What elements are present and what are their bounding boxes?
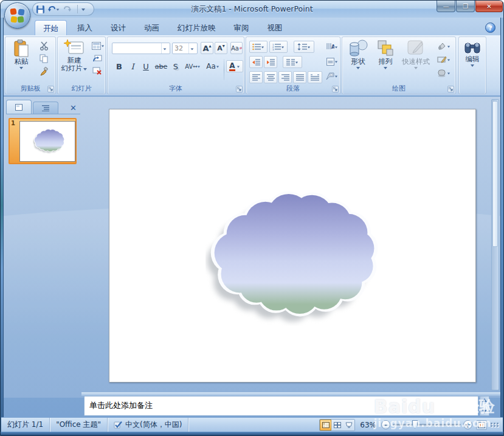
language-indicator[interactable]: 中文(简体，中国) (108, 418, 188, 432)
vertical-scrollbar[interactable] (491, 99, 499, 390)
clipboard-dialog-launcher[interactable] (47, 86, 54, 92)
arrange-button[interactable]: 排列 (373, 40, 398, 69)
notes-pane[interactable]: 单击此处添加备注 (84, 396, 478, 416)
font-name-combobox[interactable] (112, 43, 170, 54)
zoom-slider-thumb[interactable] (412, 420, 418, 429)
underline-button[interactable]: U (139, 60, 153, 72)
redo-icon[interactable] (63, 5, 71, 13)
text-direction-button[interactable]: A (324, 41, 340, 53)
font-color-button[interactable]: A (226, 60, 243, 72)
zoom-level[interactable]: 63% (359, 421, 378, 429)
shapes-button[interactable]: 形状 (346, 40, 370, 69)
zoom-in-button[interactable]: + (463, 420, 472, 429)
fit-to-window-button[interactable] (476, 420, 487, 430)
slide-thumbnail-selected[interactable]: 1 (9, 118, 77, 164)
slide-indicator[interactable]: 幻灯片 1/1 (1, 418, 50, 432)
slide-sorter-view-button[interactable] (331, 420, 343, 431)
cloud-shape[interactable] (205, 189, 383, 326)
maximize-button[interactable]: ❐ (456, 1, 475, 12)
powerpoint-window: 演示文稿1 - Microsoft PowerPoint — ❐ ✕ 开始 插入… (0, 0, 504, 436)
font-dialog-launcher[interactable] (236, 86, 243, 92)
increase-indent-button[interactable] (264, 56, 277, 68)
decrease-indent-button[interactable] (249, 56, 263, 68)
fit-to-window-icon (478, 422, 485, 428)
resize-grip[interactable] (491, 423, 500, 427)
vertical-scrollbar-thumb[interactable] (492, 101, 498, 247)
tab-view[interactable]: 视图 (260, 20, 291, 35)
paragraph-dialog-launcher[interactable] (332, 86, 339, 92)
arrange-icon (376, 40, 395, 58)
tab-slides-thumbnails[interactable] (6, 100, 32, 114)
line-spacing-button[interactable] (294, 41, 314, 53)
quick-styles-button[interactable]: 快速样式 (400, 40, 432, 69)
align-text-button[interactable] (324, 55, 340, 67)
slideshow-view-button[interactable] (343, 420, 354, 431)
help-icon[interactable]: ? (485, 22, 495, 33)
paste-dropdown-caret (19, 67, 23, 69)
drawing-dialog-launcher[interactable] (447, 86, 454, 92)
tab-design[interactable]: 设计 (103, 20, 134, 35)
thumbnail-cloud-shape (33, 128, 66, 154)
copy-button[interactable] (37, 53, 50, 64)
clear-formatting-button[interactable]: Aa (230, 42, 243, 54)
smartart-icon (326, 72, 334, 80)
view-buttons (319, 419, 355, 431)
tab-outline[interactable] (33, 102, 58, 114)
character-spacing-button[interactable]: AV ↔ (183, 60, 202, 72)
tab-review[interactable]: 审阅 (226, 20, 257, 35)
delete-slide-button[interactable] (91, 66, 104, 77)
align-left-button[interactable] (249, 71, 263, 83)
columns-button[interactable] (283, 56, 302, 68)
grow-font-button[interactable]: A▴ (201, 42, 213, 54)
office-button[interactable] (4, 2, 30, 29)
strikethrough-button[interactable]: abe (153, 60, 169, 72)
scroll-down-icon[interactable] (482, 410, 487, 414)
shape-outline-button[interactable] (433, 54, 454, 66)
save-icon[interactable] (36, 5, 44, 13)
tab-slideshow[interactable]: 幻灯片放映 (170, 20, 224, 35)
find-binoculars-icon (464, 40, 481, 55)
justify-button[interactable] (293, 71, 306, 83)
line-spacing-icon (297, 43, 307, 50)
undo-button[interactable] (48, 5, 60, 13)
notes-placeholder: 单击此处添加备注 (89, 401, 153, 410)
align-center-button[interactable] (264, 71, 277, 83)
scroll-up-icon[interactable] (482, 398, 487, 402)
layout-button[interactable] (91, 40, 105, 51)
numbering-button[interactable]: 123 (269, 41, 288, 53)
tab-insert[interactable]: 插入 (69, 20, 100, 35)
italic-button[interactable]: I (126, 60, 139, 72)
text-shadow-button[interactable]: S (170, 60, 182, 72)
slide-number: 1 (11, 120, 15, 126)
normal-view-button[interactable] (320, 420, 331, 431)
bold-button[interactable]: B (112, 60, 126, 72)
align-right-button[interactable] (278, 71, 292, 83)
paste-button[interactable]: 粘贴 (8, 40, 35, 69)
slide-canvas[interactable] (109, 109, 476, 382)
zoom-slider-track[interactable] (393, 424, 461, 426)
cut-button[interactable] (37, 40, 50, 51)
close-button[interactable]: ✕ (475, 1, 503, 12)
theme-indicator[interactable]: "Office 主题" (50, 418, 108, 432)
editing-button[interactable]: 编辑 (461, 40, 484, 67)
shape-fill-button[interactable] (433, 40, 454, 52)
new-slide-button[interactable]: 新建 幻灯片 (60, 40, 89, 72)
format-painter-icon (40, 67, 49, 76)
change-case-button[interactable]: Aa (204, 60, 222, 72)
shape-effects-button[interactable] (433, 67, 454, 79)
notes-scrollbar[interactable] (480, 396, 489, 416)
font-size-combobox[interactable]: 32 (172, 43, 198, 54)
distribute-button[interactable] (308, 71, 322, 83)
format-painter-button[interactable] (37, 66, 50, 77)
convert-smartart-button[interactable] (324, 70, 340, 82)
tab-animations[interactable]: 动画 (136, 20, 167, 35)
qat-customize-button[interactable] (81, 9, 85, 11)
bullets-button[interactable] (249, 41, 268, 53)
tab-home[interactable]: 开始 (35, 20, 67, 35)
zoom-out-button[interactable]: − (381, 420, 390, 429)
reset-slide-button[interactable] (91, 53, 104, 64)
copy-icon (40, 54, 48, 63)
minimize-button[interactable]: — (437, 1, 455, 12)
shrink-font-button[interactable]: A▾ (215, 42, 227, 54)
panel-close-icon[interactable]: ✕ (70, 103, 80, 114)
